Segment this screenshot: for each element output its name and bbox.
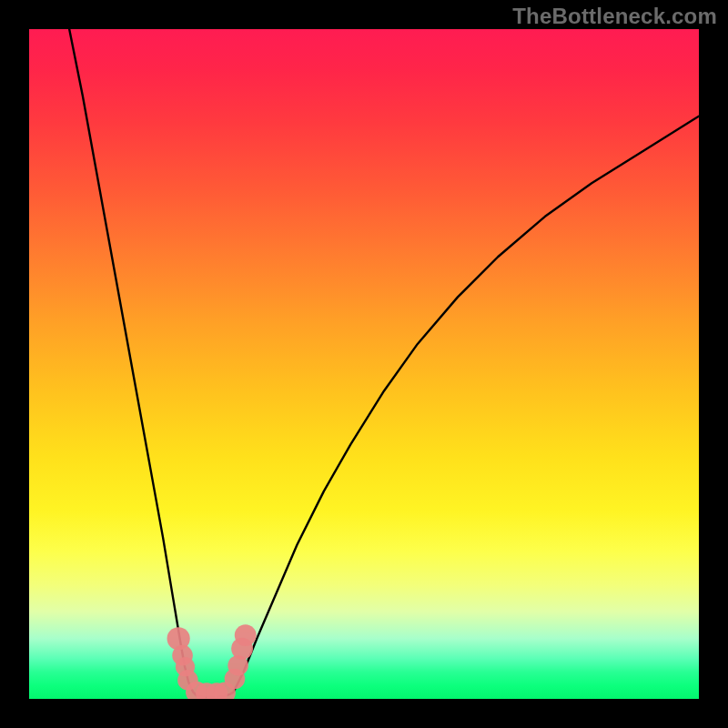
plot-area (29, 29, 699, 699)
bottleneck-curve (69, 29, 699, 697)
data-point (235, 624, 257, 646)
watermark-text: TheBottleneck.com (512, 4, 717, 29)
bottleneck-path (69, 29, 699, 697)
curve-layer (29, 29, 699, 699)
chart-frame: TheBottleneck.com (0, 0, 728, 728)
data-markers (167, 624, 257, 699)
